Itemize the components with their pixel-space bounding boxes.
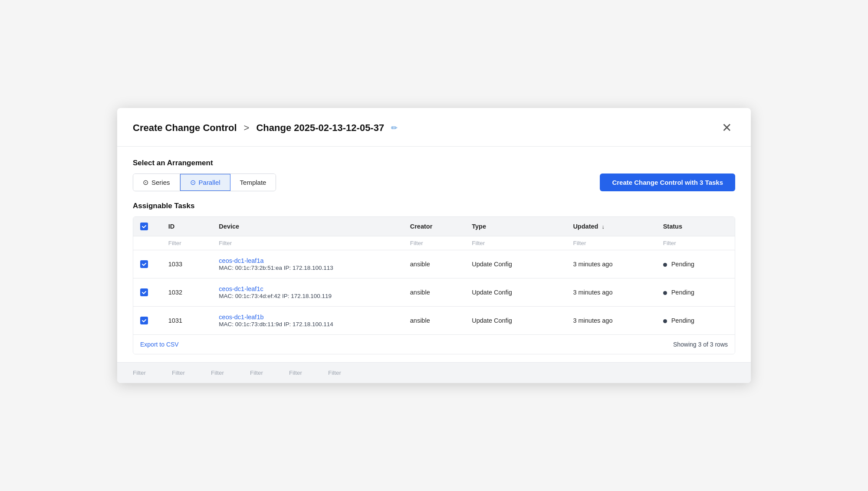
parallel-icon: ⊙	[190, 178, 196, 187]
col-type-header: Type	[465, 217, 566, 236]
bottom-filter-2[interactable]: Filter	[172, 370, 185, 376]
row2-device: ceos-dc1-leaf1c MAC: 00:1c:73:4d:ef:42 I…	[212, 278, 403, 307]
row3-device-mac: MAC: 00:1c:73:db:11:9d IP: 172.18.100.11…	[219, 321, 333, 327]
bottom-bar: Filter Filter Filter Filter Filter Filte…	[117, 362, 751, 383]
tasks-table-wrapper: ID Device Creator Type Updated ↓ Status …	[133, 216, 735, 354]
row1-status-label: Pending	[671, 261, 694, 268]
row1-device: ceos-dc1-leaf1a MAC: 00:1c:73:2b:51:ea I…	[212, 250, 403, 278]
row3-checkbox[interactable]	[140, 317, 148, 324]
col-device-header: Device	[212, 217, 403, 236]
col-id-header: ID	[161, 217, 212, 236]
col-creator-header: Creator	[403, 217, 465, 236]
row1-checkbox[interactable]	[140, 260, 148, 268]
row2-id: 1032	[161, 278, 212, 307]
col-status-header: Status	[656, 217, 735, 236]
table-row: 1033 ceos-dc1-leaf1a MAC: 00:1c:73:2b:51…	[133, 250, 735, 278]
tab-series-label: Series	[151, 179, 170, 186]
row1-status-dot	[663, 263, 667, 267]
row1-type: Update Config	[465, 250, 566, 278]
table-footer: Export to CSV Showing 3 of 3 rows	[133, 334, 735, 354]
row2-device-mac: MAC: 00:1c:73:4d:ef:42 IP: 172.18.100.11…	[219, 293, 332, 299]
table-header-row: ID Device Creator Type Updated ↓ Status	[133, 217, 735, 236]
filter-row: Filter Filter Filter Filter Filter Filte…	[133, 236, 735, 250]
row1-creator: ansible	[403, 250, 465, 278]
row3-device-link[interactable]: ceos-dc1-leaf1b	[219, 314, 396, 321]
filter-id[interactable]: Filter	[161, 236, 212, 250]
table-row: 1032 ceos-dc1-leaf1c MAC: 00:1c:73:4d:ef…	[133, 278, 735, 307]
filter-checkbox-col	[133, 236, 161, 250]
title-separator: >	[244, 122, 250, 134]
tab-template-label: Template	[240, 179, 266, 186]
assignable-tasks-label: Assignable Tasks	[133, 202, 735, 210]
row1-status: Pending	[656, 250, 735, 278]
row3-device: ceos-dc1-leaf1b MAC: 00:1c:73:db:11:9d I…	[212, 307, 403, 335]
edit-icon[interactable]: ✏	[391, 123, 398, 133]
row2-status-dot	[663, 291, 667, 295]
series-icon: ⊙	[143, 178, 148, 187]
tab-template[interactable]: Template	[230, 174, 276, 191]
row2-checkbox-cell	[133, 278, 161, 307]
bottom-filter-3[interactable]: Filter	[211, 370, 224, 376]
row1-checkbox-cell	[133, 250, 161, 278]
modal-body: Select an Arrangement ⊙ Series ⊙ Paralle…	[117, 147, 751, 354]
row1-device-link[interactable]: ceos-dc1-leaf1a	[219, 257, 396, 264]
table-row: 1031 ceos-dc1-leaf1b MAC: 00:1c:73:db:11…	[133, 307, 735, 335]
col-updated-header[interactable]: Updated ↓	[566, 217, 656, 236]
close-button[interactable]: ✕	[718, 120, 735, 136]
arrangement-row: ⊙ Series ⊙ Parallel Template Create Chan…	[133, 173, 735, 191]
export-csv-link[interactable]: Export to CSV	[140, 341, 179, 348]
select-all-checkbox[interactable]	[140, 223, 148, 230]
row2-status: Pending	[656, 278, 735, 307]
row3-creator: ansible	[403, 307, 465, 335]
row1-updated: 3 minutes ago	[566, 250, 656, 278]
row2-status-label: Pending	[671, 289, 694, 296]
arrangement-tabs: ⊙ Series ⊙ Parallel Template	[133, 173, 276, 191]
row3-id: 1031	[161, 307, 212, 335]
modal: Create Change Control > Change 2025-02-1…	[117, 108, 751, 383]
filter-updated[interactable]: Filter	[566, 236, 656, 250]
modal-header: Create Change Control > Change 2025-02-1…	[117, 108, 751, 147]
filter-device[interactable]: Filter	[212, 236, 403, 250]
title-area: Create Change Control > Change 2025-02-1…	[133, 122, 398, 134]
tasks-table: ID Device Creator Type Updated ↓ Status …	[133, 217, 735, 334]
bottom-filter-4[interactable]: Filter	[250, 370, 263, 376]
row3-checkbox-cell	[133, 307, 161, 335]
row2-device-link[interactable]: ceos-dc1-leaf1c	[219, 285, 396, 292]
tab-series[interactable]: ⊙ Series	[133, 174, 180, 191]
row3-updated: 3 minutes ago	[566, 307, 656, 335]
row3-type: Update Config	[465, 307, 566, 335]
row1-device-mac: MAC: 00:1c:73:2b:51:ea IP: 172.18.100.11…	[219, 265, 333, 271]
row2-creator: ansible	[403, 278, 465, 307]
filter-creator[interactable]: Filter	[403, 236, 465, 250]
create-change-control-button[interactable]: Create Change Control with 3 Tasks	[600, 173, 735, 191]
modal-title: Create Change Control	[133, 122, 237, 134]
row3-status: Pending	[656, 307, 735, 335]
tab-parallel-label: Parallel	[199, 179, 220, 186]
bottom-filter-6[interactable]: Filter	[328, 370, 341, 376]
row2-updated: 3 minutes ago	[566, 278, 656, 307]
row2-checkbox[interactable]	[140, 288, 148, 296]
change-id: Change 2025-02-13-12-05-37	[256, 122, 384, 134]
tab-parallel[interactable]: ⊙ Parallel	[180, 174, 230, 191]
sort-icon: ↓	[602, 223, 605, 230]
row1-id: 1033	[161, 250, 212, 278]
arrangement-label: Select an Arrangement	[133, 159, 735, 167]
row3-status-label: Pending	[671, 317, 694, 324]
row3-status-dot	[663, 319, 667, 323]
bottom-filter-1[interactable]: Filter	[133, 370, 146, 376]
bottom-filter-5[interactable]: Filter	[289, 370, 302, 376]
filter-type[interactable]: Filter	[465, 236, 566, 250]
filter-status[interactable]: Filter	[656, 236, 735, 250]
col-checkbox	[133, 217, 161, 236]
row2-type: Update Config	[465, 278, 566, 307]
row-count: Showing 3 of 3 rows	[673, 341, 728, 348]
